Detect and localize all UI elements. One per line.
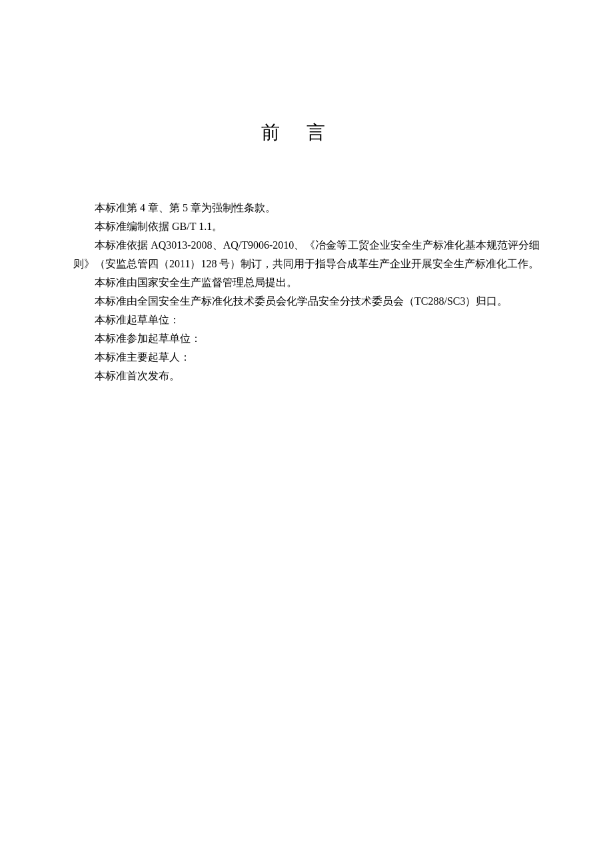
paragraph: 本标准起草单位： bbox=[73, 311, 540, 329]
paragraph: 本标准依据 AQ3013-2008、AQ/T9006-2010、《冶金等工贸企业… bbox=[73, 236, 540, 273]
paragraph: 本标准第 4 章、第 5 章为强制性条款。 bbox=[73, 199, 540, 217]
paragraph: 本标准编制依据 GB/T 1.1。 bbox=[73, 217, 540, 236]
paragraph: 本标准参加起草单位： bbox=[73, 329, 540, 348]
paragraph: 本标准首次发布。 bbox=[73, 367, 540, 385]
paragraph: 本标准由国家安全生产监督管理总局提出。 bbox=[73, 273, 540, 292]
document-page: 前言 本标准第 4 章、第 5 章为强制性条款。 本标准编制依据 GB/T 1.… bbox=[0, 0, 613, 385]
paragraph: 本标准主要起草人： bbox=[73, 348, 540, 367]
document-body: 本标准第 4 章、第 5 章为强制性条款。 本标准编制依据 GB/T 1.1。 … bbox=[73, 199, 540, 385]
paragraph: 本标准由全国安全生产标准化技术委员会化学品安全分技术委员会（TC288/SC3）… bbox=[73, 292, 540, 311]
page-title: 前言 bbox=[73, 120, 540, 145]
